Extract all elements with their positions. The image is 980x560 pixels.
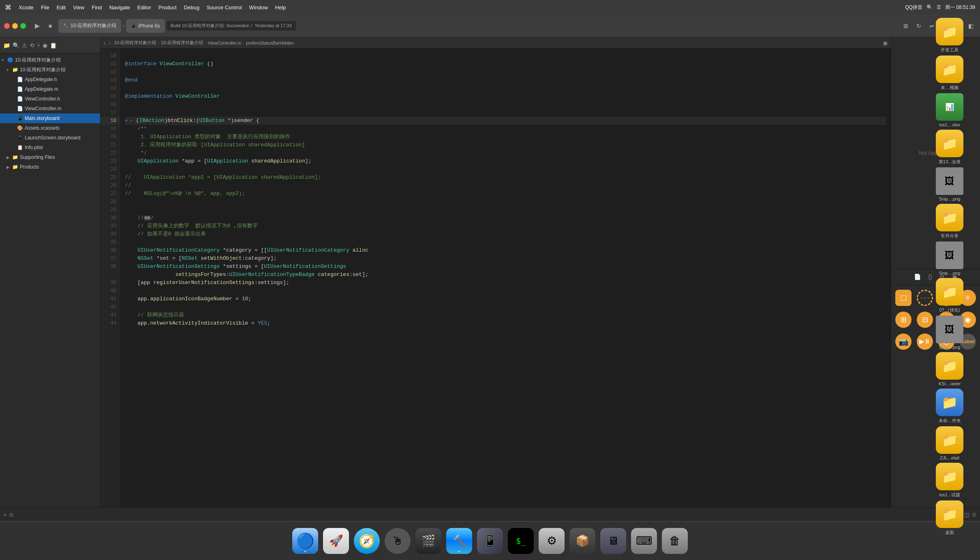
sidebar-item-sub-group[interactable]: ▾ 📁 10-应用程序对象介绍 xyxy=(0,65,100,75)
desktop-icon-13[interactable]: 📁 第13...业准 xyxy=(936,130,963,165)
dock-item-terminal[interactable]: $_ xyxy=(508,528,534,554)
sidebar-item-main-storyboard[interactable]: 📱 Main.storyboard xyxy=(0,113,100,123)
panel-expand-button[interactable]: ⊙ xyxy=(972,511,977,518)
apple-menu[interactable]: ⌘ xyxy=(5,4,11,11)
menu-editor[interactable]: Editor xyxy=(137,4,151,11)
sidebar-item-viewcontroller-m[interactable]: 📄 ViewController.m xyxy=(0,104,100,113)
menu-file[interactable]: File xyxy=(41,4,49,11)
sidebar-item-products[interactable]: ▶ 📁 Products xyxy=(0,162,100,172)
filter-button[interactable]: ⊙ xyxy=(9,511,14,518)
desktop-icon-snip2[interactable]: 🖼 Snip....png xyxy=(936,242,963,276)
breadcrumb-item-3[interactable]: ViewController.m xyxy=(208,41,242,45)
dock-item-finder[interactable]: 🔵 xyxy=(292,528,318,554)
obj-play[interactable]: ▶⏸ xyxy=(915,331,935,352)
dock-item-monitor[interactable]: 🖥 xyxy=(600,528,626,554)
dock-item-mouse[interactable]: 🖱 xyxy=(385,528,411,554)
sidebar-item-project-group[interactable]: ▾ 🔵 10-应用程序对象介绍 xyxy=(0,55,100,65)
dock-item-simulator[interactable]: 📱 xyxy=(477,528,503,554)
dock-item-system-prefs[interactable]: ⚙ xyxy=(539,528,565,554)
warning-icon[interactable]: ⚠ xyxy=(22,42,27,49)
desktop-icon-snip1[interactable]: 🖼 Snip....png xyxy=(936,167,963,201)
chevron-right-icon: ▶ xyxy=(6,155,12,160)
dock-item-app-store[interactable]: 📦 xyxy=(569,528,595,554)
file-icon[interactable]: 📄 xyxy=(914,274,921,280)
code-line: // xyxy=(125,182,886,190)
desktop-icon-kaifagongju[interactable]: 📁 开发工具 xyxy=(936,18,963,53)
sidebar-item-assets[interactable]: 🎨 Assets.xcassets xyxy=(0,123,100,133)
menu-view[interactable]: View xyxy=(73,4,84,11)
menu-debug[interactable]: Debug xyxy=(184,4,199,11)
sidebar-item-viewcontroller-h[interactable]: 📄 ViewController.h xyxy=(0,94,100,104)
desktop-icon-video[interactable]: 📁 未…视频 xyxy=(936,56,963,91)
menu-window[interactable]: Window xyxy=(249,4,268,11)
sidebar-item-info-plist[interactable]: 📋 Info.plist xyxy=(0,143,100,152)
desktop-icon-unnamed[interactable]: 📁 未命…件夹 xyxy=(936,389,963,424)
history-icon[interactable]: ⟲ xyxy=(30,42,34,49)
run-button[interactable]: ▶ xyxy=(32,21,42,31)
obj-rounded[interactable]: - - - xyxy=(915,288,935,308)
desktop-icon-ksi[interactable]: 📁 KSI....aster xyxy=(936,352,963,386)
menu-navigate[interactable]: Navigate xyxy=(109,4,130,11)
h-file-icon: 📄 xyxy=(17,77,23,82)
refresh-button[interactable]: ↻ xyxy=(914,21,924,31)
breadcrumb-item-2[interactable]: 10-应用程序对象介绍 xyxy=(161,40,203,46)
dock-item-launchpad[interactable]: 🚀 xyxy=(323,528,349,554)
dock-item-xcode[interactable]: 🔨 xyxy=(446,528,472,554)
code-icon[interactable]: {} xyxy=(928,274,932,280)
sidebar-item-appdelegate-m[interactable]: 📄 AppDelegate.m xyxy=(0,84,100,94)
breadcrumb-item-1[interactable]: 10-应用程序对象介绍 xyxy=(114,40,156,46)
code-line: // 联网状态指示器 xyxy=(125,311,886,319)
obj-camera[interactable]: 📷 xyxy=(894,331,914,352)
maximize-button[interactable] xyxy=(20,23,26,29)
obj-view[interactable]: □ xyxy=(894,288,914,308)
desktop-icon-chedan[interactable]: 📁 车丹分享 xyxy=(936,204,963,239)
device-tab[interactable]: 📱 iPhone 6s xyxy=(126,19,165,33)
add-file-button[interactable]: + xyxy=(3,511,6,518)
report-icon[interactable]: 📋 xyxy=(50,42,57,49)
notification-icon[interactable]: ☰ xyxy=(937,4,941,10)
obj-grid[interactable]: ⊞ xyxy=(894,310,914,330)
app-store-icon: 📦 xyxy=(569,528,595,554)
minimize-button[interactable] xyxy=(12,23,18,29)
close-button[interactable] xyxy=(4,23,10,29)
breakpoint-icon[interactable]: ◉ xyxy=(43,42,47,49)
code-content[interactable]: @interface ViewController () @end @imple… xyxy=(120,49,891,521)
dock-item-safari[interactable]: 🧭 xyxy=(354,528,380,554)
menu-edit[interactable]: Edit xyxy=(57,4,66,11)
breadcrumb-item-4[interactable]: prefersStatusBarHidden xyxy=(246,41,293,45)
desktop-icon-zjl[interactable]: 📁 ZJL...etail xyxy=(936,426,963,460)
sidebar-item-launch-storyboard[interactable]: 📱 LaunchScreen.storyboard xyxy=(0,133,100,143)
desktop-icon-desktop[interactable]: 📁 桌面 xyxy=(936,500,963,536)
code-line: ●- (IBAction)btnClick:(UIButton *)sender… xyxy=(125,117,886,125)
desktop-icon-xlsx[interactable]: 📊 ios1....xlsx xyxy=(936,93,963,127)
panel-button3[interactable]: ◧ xyxy=(965,21,976,31)
sidebar-toggle-button[interactable]: ⊞ xyxy=(901,21,911,31)
nav-forward-button[interactable]: › xyxy=(109,40,111,46)
stop-button[interactable]: ■ xyxy=(45,21,55,31)
desktop-icon-optimize[interactable]: 📁 07...(优化) xyxy=(936,278,963,313)
build-status: Build 10-应用程序对象介绍: Succeeded ✓ Yesterday… xyxy=(167,21,296,30)
desktop-icon-snip3[interactable]: 🖼 Snip....png xyxy=(936,316,963,350)
panel-split-button[interactable]: ◫ xyxy=(964,511,969,518)
dock-item-imovie[interactable]: 🎬 xyxy=(415,528,441,554)
sidebar-item-supporting-files[interactable]: ▶ 📁 Supporting Files xyxy=(0,152,100,162)
dock-item-trash[interactable]: 🗑 xyxy=(662,528,688,554)
project-tab[interactable]: 🔨 10-应用程序对象介绍 xyxy=(58,19,121,33)
obj-split[interactable]: ⊟ xyxy=(915,310,935,330)
code-editor[interactable]: 10 11 12 13 14 15 16 17 18 19 20 21 22 2… xyxy=(101,49,891,521)
menu-source-control[interactable]: Source Control xyxy=(207,4,242,11)
search-icon[interactable]: 🔍 xyxy=(927,4,933,10)
menu-product[interactable]: Product xyxy=(158,4,177,11)
folder-icon[interactable]: 📁 xyxy=(3,42,10,49)
desktop-icon-ios-questions[interactable]: 📁 ios1...试题 xyxy=(936,463,963,498)
menu-help[interactable]: Help xyxy=(275,4,286,11)
launchpad-icon: 🚀 xyxy=(323,528,349,554)
sidebar-item-appdelegate-h[interactable]: 📄 AppDelegate.h xyxy=(0,75,100,84)
magnifier-icon[interactable]: 🔍 xyxy=(13,42,19,49)
nav-back-button[interactable]: ‹ xyxy=(104,40,106,46)
branch-icon[interactable]: ⑂ xyxy=(37,42,40,49)
related-items-button[interactable]: ◉ xyxy=(883,40,888,46)
dock-item-keyboard[interactable]: ⌨ xyxy=(631,528,657,554)
menu-xcode[interactable]: Xcode xyxy=(19,4,34,11)
menu-find[interactable]: Find xyxy=(92,4,102,11)
